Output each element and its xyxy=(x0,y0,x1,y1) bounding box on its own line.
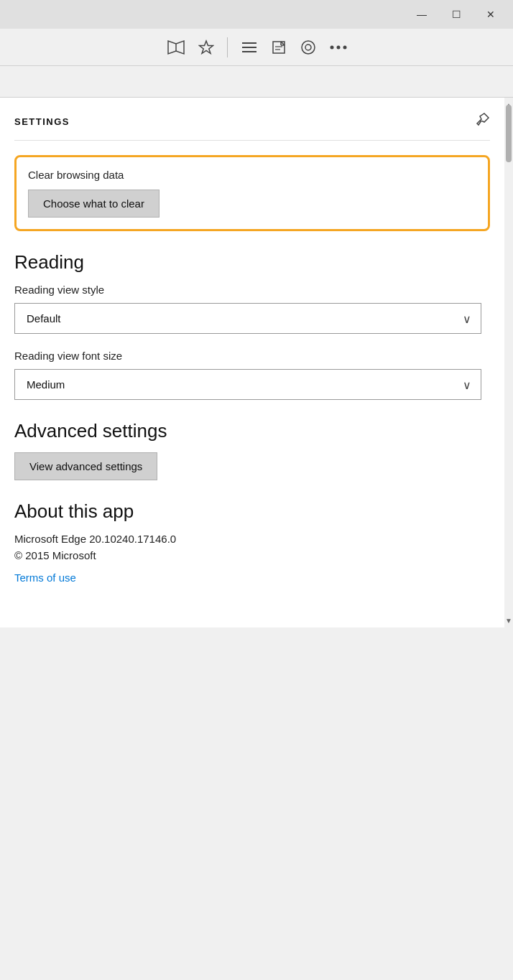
scrollable-area: SETTINGS Clear browsing data Choose what… xyxy=(0,98,504,627)
reading-style-dropdown-wrapper: Default Calm Cool ∨ xyxy=(14,303,481,334)
scrollbar-track: ▲ ▼ xyxy=(504,98,513,627)
svg-point-14 xyxy=(343,45,346,49)
minimize-button[interactable]: — xyxy=(405,3,438,26)
advanced-settings-heading: Advanced settings xyxy=(14,420,490,442)
scrollbar-thumb[interactable] xyxy=(506,105,512,162)
maximize-button[interactable]: ☐ xyxy=(440,3,473,26)
svg-marker-0 xyxy=(199,41,213,54)
svg-point-11 xyxy=(305,45,311,50)
address-bar-area xyxy=(0,66,513,98)
settings-title: SETTINGS xyxy=(14,116,70,127)
toolbar-divider xyxy=(227,37,228,57)
settings-header: SETTINGS xyxy=(14,112,490,141)
toolbar xyxy=(0,29,513,66)
title-bar: — ☐ ✕ xyxy=(0,0,513,29)
reading-icon[interactable] xyxy=(167,39,185,55)
about-section: About this app Microsoft Edge 20.10240.1… xyxy=(14,500,490,584)
advanced-settings-section: Advanced settings View advanced settings xyxy=(14,420,490,480)
scroll-down-arrow-icon: ▼ xyxy=(505,617,512,625)
pin-icon[interactable] xyxy=(474,112,490,131)
reading-section: Reading Reading view style Default Calm … xyxy=(14,251,490,400)
reading-heading: Reading xyxy=(14,251,490,274)
scrollbar-down-button[interactable]: ▼ xyxy=(504,613,513,627)
clear-browsing-section: Clear browsing data Choose what to clear xyxy=(14,155,490,231)
svg-point-12 xyxy=(330,45,333,49)
more-icon[interactable] xyxy=(330,45,347,50)
svg-point-10 xyxy=(302,41,315,54)
terms-of-use-link[interactable]: Terms of use xyxy=(14,571,76,584)
reading-font-size-label: Reading view font size xyxy=(14,350,490,362)
reading-style-select[interactable]: Default Calm Cool xyxy=(14,303,481,334)
choose-what-to-clear-button[interactable]: Choose what to clear xyxy=(28,190,160,218)
clear-browsing-label: Clear browsing data xyxy=(28,169,476,181)
reading-font-size-select[interactable]: Small Medium Large Extra Large xyxy=(14,369,481,400)
copyright-text: © 2015 Microsoft xyxy=(14,549,490,561)
favorites-icon[interactable] xyxy=(198,39,214,55)
reading-font-size-dropdown-wrapper: Small Medium Large Extra Large ∨ xyxy=(14,369,481,400)
reading-view-style-label: Reading view style xyxy=(14,284,490,296)
about-heading: About this app xyxy=(14,500,490,523)
version-text: Microsoft Edge 20.10240.17146.0 xyxy=(14,533,490,545)
hub-icon[interactable] xyxy=(241,40,258,55)
main-content: SETTINGS Clear browsing data Choose what… xyxy=(0,98,513,627)
svg-point-13 xyxy=(336,45,340,49)
close-button[interactable]: ✕ xyxy=(474,3,507,26)
notes-icon[interactable] xyxy=(271,39,287,55)
view-advanced-settings-button[interactable]: View advanced settings xyxy=(14,452,157,480)
cortana-icon[interactable] xyxy=(300,39,317,56)
